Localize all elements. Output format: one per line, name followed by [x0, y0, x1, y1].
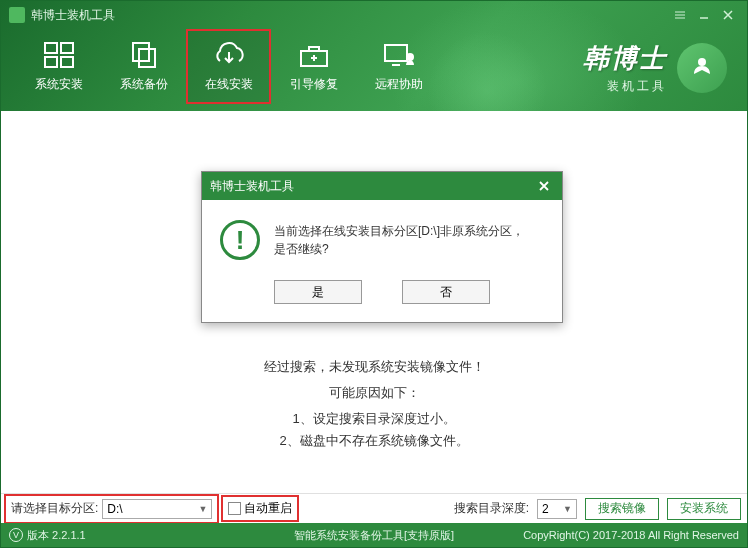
nav-online-install[interactable]: 在线安装	[186, 29, 271, 104]
nav: 系统安装 系统备份 在线安装 引导修复 远程协助	[16, 29, 441, 104]
bottom-toolbar: 请选择目标分区: D:\ ▼ 自动重启 搜索目录深度: 2 ▼ 搜索镜像 安装系…	[1, 493, 747, 523]
nav-label: 引导修复	[290, 76, 338, 93]
svg-point-8	[406, 53, 414, 61]
close-button[interactable]	[717, 4, 739, 26]
cloud-download-icon	[211, 40, 247, 70]
windows-icon	[41, 40, 77, 70]
brand-logo-icon	[677, 43, 727, 93]
install-system-button[interactable]: 安装系统	[667, 498, 741, 520]
brand-name: 韩博士	[583, 41, 667, 76]
nav-label: 在线安装	[205, 76, 253, 93]
footer: V 版本 2.2.1.1 智能系统安装备份工具[支持原版] CopyRight(…	[1, 523, 747, 547]
nav-label: 系统备份	[120, 76, 168, 93]
version-text: 版本 2.2.1.1	[27, 528, 86, 543]
target-partition-select[interactable]: D:\ ▼	[102, 499, 212, 519]
brand: 韩博士 装机工具	[583, 41, 727, 95]
app-icon	[9, 7, 25, 23]
header: 韩博士装机工具 系统安装 系统备份 在线安装 引导修复	[1, 1, 747, 111]
search-result-message: 经过搜索，未发现系统安装镜像文件！ 可能原因如下： 1、设定搜索目录深度过小。 …	[164, 356, 584, 452]
dialog-body: ! 当前选择在线安装目标分区[D:\]非原系统分区， 是否继续?	[202, 200, 562, 274]
svg-rect-0	[45, 43, 57, 53]
dialog-message: 当前选择在线安装目标分区[D:\]非原系统分区， 是否继续?	[274, 220, 524, 260]
auto-reboot-checkbox[interactable]	[228, 502, 241, 515]
search-depth-label: 搜索目录深度:	[454, 500, 529, 517]
brand-text: 韩博士 装机工具	[583, 41, 667, 95]
brand-sub: 装机工具	[583, 78, 667, 95]
app-title: 韩博士装机工具	[31, 7, 667, 24]
app-window: 韩博士装机工具 系统安装 系统备份 在线安装 引导修复	[0, 0, 748, 548]
chevron-down-icon: ▼	[563, 504, 572, 514]
svg-rect-1	[61, 43, 73, 53]
svg-point-9	[698, 58, 706, 66]
dialog-no-button[interactable]: 否	[402, 280, 490, 304]
minimize-button[interactable]	[693, 4, 715, 26]
target-partition-value: D:\	[107, 502, 122, 516]
nav-boot-repair[interactable]: 引导修复	[271, 29, 356, 104]
svg-rect-2	[45, 57, 57, 67]
confirm-dialog: 韩博士装机工具 ! 当前选择在线安装目标分区[D:\]非原系统分区， 是否继续?…	[201, 171, 563, 323]
dialog-line2: 是否继续?	[274, 240, 524, 258]
copy-icon	[126, 40, 162, 70]
svg-rect-5	[139, 49, 155, 67]
msg-sub: 可能原因如下：	[164, 382, 584, 404]
nav-system-install[interactable]: 系统安装	[16, 29, 101, 104]
target-partition-label: 请选择目标分区:	[11, 500, 98, 517]
copyright-text: CopyRight(C) 2017-2018 All Right Reserve…	[523, 529, 739, 541]
auto-reboot-group[interactable]: 自动重启	[224, 498, 296, 519]
dialog-titlebar: 韩博士装机工具	[202, 172, 562, 200]
toolbox-icon	[296, 40, 332, 70]
menu-button[interactable]	[669, 4, 691, 26]
dialog-buttons: 是 否	[202, 274, 562, 322]
msg-title: 经过搜索，未发现系统安装镜像文件！	[164, 356, 584, 378]
search-depth-value: 2	[542, 502, 549, 516]
search-image-button[interactable]: 搜索镜像	[585, 498, 659, 520]
nav-remote-assist[interactable]: 远程协助	[356, 29, 441, 104]
msg-reason-2: 2、磁盘中不存在系统镜像文件。	[164, 430, 584, 452]
nav-system-backup[interactable]: 系统备份	[101, 29, 186, 104]
search-depth-select[interactable]: 2 ▼	[537, 499, 577, 519]
version-icon: V	[9, 528, 23, 542]
remote-icon	[381, 40, 417, 70]
svg-rect-4	[133, 43, 149, 61]
chevron-down-icon: ▼	[198, 504, 207, 514]
dialog-line1: 当前选择在线安装目标分区[D:\]非原系统分区，	[274, 222, 524, 240]
svg-rect-3	[61, 57, 73, 67]
titlebar: 韩博士装机工具	[1, 1, 747, 29]
footer-description: 智能系统安装备份工具[支持原版]	[294, 528, 454, 543]
dialog-title-text: 韩博士装机工具	[210, 178, 294, 195]
nav-label: 系统安装	[35, 76, 83, 93]
svg-rect-7	[385, 45, 407, 61]
dialog-yes-button[interactable]: 是	[274, 280, 362, 304]
auto-reboot-label: 自动重启	[244, 500, 292, 517]
target-partition-group: 请选择目标分区: D:\ ▼	[7, 497, 216, 521]
msg-reason-1: 1、设定搜索目录深度过小。	[164, 408, 584, 430]
info-icon: !	[220, 220, 260, 260]
nav-label: 远程协助	[375, 76, 423, 93]
dialog-close-button[interactable]	[534, 176, 554, 196]
